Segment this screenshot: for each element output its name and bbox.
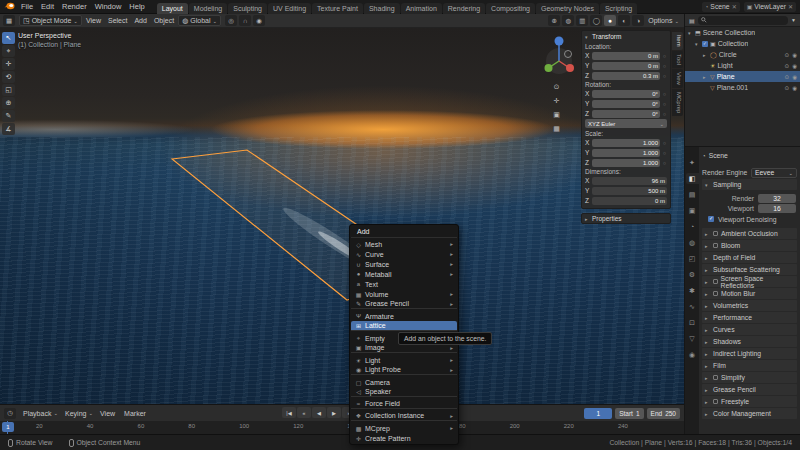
- add-menu-item[interactable]: ● Metaball ▸: [351, 269, 457, 279]
- unlink-scene-icon[interactable]: ✕: [732, 3, 737, 10]
- disable-render-icon[interactable]: ◉: [792, 52, 797, 58]
- render-section-header[interactable]: ▸ Film: [702, 360, 797, 371]
- render-section-header[interactable]: ▸ Ambient Occlusion: [702, 228, 797, 239]
- lock-icon[interactable]: ○: [662, 53, 667, 59]
- add-menu-item[interactable]: ▢ Camera: [351, 377, 457, 387]
- workspace-tab[interactable]: Compositing: [486, 3, 535, 14]
- add-menu-item[interactable]: ✛ Create Pattern: [351, 433, 457, 443]
- outliner-row[interactable]: ▸ ✓ ▽ Plane ⊙ ◉: [685, 71, 800, 82]
- hide-viewport-icon[interactable]: ⊙: [785, 63, 790, 69]
- navigation-gizmo[interactable]: [544, 34, 574, 80]
- render-section-header[interactable]: ▸ Depth of Field: [702, 252, 797, 263]
- proportional-editing-icon[interactable]: ◉: [253, 15, 265, 26]
- render-section-header[interactable]: ▸ Grease Pencil: [702, 384, 797, 395]
- workspace-tab[interactable]: Shading: [364, 3, 400, 14]
- add-menu-item[interactable]: ⊞ Lattice: [351, 321, 457, 331]
- material-tab[interactable]: ◉: [686, 349, 699, 360]
- section-checkbox[interactable]: [713, 291, 718, 296]
- add-menu-item[interactable]: ▦ Volume ▸: [351, 289, 457, 299]
- viewport-menu-item[interactable]: View: [86, 17, 101, 24]
- object-name-label[interactable]: Light: [717, 62, 732, 69]
- render-section-header[interactable]: ▸ Screen Space Reflections: [702, 276, 797, 287]
- options-dropdown[interactable]: Options ⌄: [648, 17, 681, 24]
- rotation-value-field[interactable]: 0°: [592, 110, 660, 118]
- lock-icon[interactable]: ○: [662, 140, 667, 146]
- render-section-header[interactable]: ▸ Shadows: [702, 336, 797, 347]
- sidebar-tab[interactable]: Item: [672, 32, 683, 50]
- rotation-value-field[interactable]: 0°: [592, 100, 660, 108]
- object-name-label[interactable]: Collection: [718, 40, 749, 47]
- workspace-tab[interactable]: UV Editing: [268, 3, 311, 14]
- particles-tab[interactable]: ✱: [686, 285, 699, 296]
- section-checkbox[interactable]: [713, 231, 718, 236]
- cursor-tool[interactable]: ⌖: [2, 45, 15, 57]
- object-data-tab[interactable]: ▽: [686, 333, 699, 344]
- playhead[interactable]: 1: [2, 422, 14, 432]
- outliner-row[interactable]: ▾ ✓ ▣ Collection ⊙ ◉: [685, 38, 800, 49]
- lock-icon[interactable]: ○: [662, 73, 667, 79]
- scale-tool[interactable]: ◱: [2, 84, 15, 96]
- disclosure-triangle-icon[interactable]: ▾: [688, 30, 693, 36]
- object-tab[interactable]: ◰: [686, 253, 699, 264]
- viewport-menu-item[interactable]: Object: [154, 17, 174, 24]
- add-menu-item[interactable]: ☀ Light ▸: [351, 355, 457, 365]
- 3d-viewport[interactable]: User Perspective (1) Collection | Plane …: [0, 28, 684, 404]
- filter-icon[interactable]: ▼: [791, 17, 796, 23]
- editor-type-button[interactable]: ▦: [3, 15, 15, 26]
- render-tab[interactable]: ◧: [686, 173, 699, 184]
- mode-dropdown[interactable]: ◳ Object Mode ⌄: [19, 15, 82, 26]
- collection-checkbox[interactable]: ✓: [702, 41, 708, 47]
- timeline-menu-item[interactable]: Playback ⌄: [23, 410, 58, 417]
- hide-viewport-icon[interactable]: ⊙: [785, 52, 790, 58]
- workspace-tab[interactable]: Modeling: [189, 3, 227, 14]
- render-engine-dropdown[interactable]: Eevee ⌄: [751, 168, 797, 178]
- sidebar-tab[interactable]: MCprep: [672, 89, 683, 116]
- section-checkbox[interactable]: [713, 399, 718, 404]
- hide-viewport-icon[interactable]: ⊙: [785, 74, 790, 80]
- y-axis-handle[interactable]: [545, 64, 553, 72]
- breadcrumb-label[interactable]: Scene: [709, 152, 728, 159]
- lock-icon[interactable]: ○: [662, 150, 667, 156]
- toggle-xray-icon[interactable]: ▥: [576, 15, 588, 26]
- play-reverse-button[interactable]: ◀: [312, 407, 326, 418]
- add-menu-item[interactable]: ◁ Speaker: [351, 387, 457, 397]
- toggle-perspective-icon[interactable]: ▦: [551, 124, 562, 134]
- section-checkbox[interactable]: [713, 279, 718, 284]
- modifiers-tab[interactable]: ⚙: [686, 269, 699, 280]
- topbar-menu-item[interactable]: Edit: [37, 2, 58, 11]
- show-overlays-icon[interactable]: ◍: [562, 15, 574, 26]
- sampling-value-field[interactable]: 16: [758, 204, 796, 213]
- outliner-row[interactable]: ✓ ☀ Light ⊙ ◉: [685, 60, 800, 71]
- add-menu-item[interactable]: ▩ MCprep ▸: [351, 423, 457, 433]
- add-menu-item[interactable]: ∪ Surface ▸: [351, 259, 457, 269]
- zoom-icon[interactable]: ⊙: [551, 82, 562, 92]
- render-section-header[interactable]: ▸ Indirect Lighting: [702, 348, 797, 359]
- x-axis-handle[interactable]: [566, 64, 574, 72]
- measure-tool[interactable]: ∡: [2, 123, 15, 135]
- render-section-header[interactable]: ▸ Volumetrics: [702, 300, 797, 311]
- workspace-tab[interactable]: Layout: [157, 3, 188, 14]
- add-menu-item[interactable]: ∿ Curve ▸: [351, 249, 457, 259]
- sampling-panel-header[interactable]: ▾ Sampling: [702, 179, 797, 190]
- dimension-value-field[interactable]: 96 m: [592, 177, 667, 185]
- section-checkbox[interactable]: [713, 375, 718, 380]
- snap-target-icon[interactable]: ◎: [225, 15, 237, 26]
- workspace-tab[interactable]: Scripting: [600, 3, 637, 14]
- dimension-value-field[interactable]: 0 m: [592, 197, 667, 205]
- add-menu-item[interactable]: ◇ Mesh ▸: [351, 239, 457, 249]
- topbar-menu-item[interactable]: Window: [91, 2, 126, 11]
- disclosure-triangle-icon[interactable]: ▸: [703, 52, 708, 58]
- location-value-field[interactable]: 0 m: [592, 62, 660, 70]
- annotate-tool[interactable]: ✎: [2, 110, 15, 122]
- section-checkbox[interactable]: [713, 243, 718, 248]
- view-layer-tab[interactable]: ▣: [686, 205, 699, 216]
- lock-icon[interactable]: ○: [662, 111, 667, 117]
- disable-render-icon[interactable]: ◉: [792, 74, 797, 80]
- outliner-row[interactable]: ✓ ▽ Plane.001 ⊙ ◉: [685, 82, 800, 93]
- world-tab[interactable]: ◍: [686, 237, 699, 248]
- workspace-tab[interactable]: Sculpting: [228, 3, 267, 14]
- workspace-tab[interactable]: Rendering: [443, 3, 485, 14]
- topbar-menu-item[interactable]: File: [17, 2, 37, 11]
- outliner-row[interactable]: ▾ ✓ ⬒ Scene Collection ⊙ ◉: [685, 27, 800, 38]
- transform-tool[interactable]: ⊕: [2, 97, 15, 109]
